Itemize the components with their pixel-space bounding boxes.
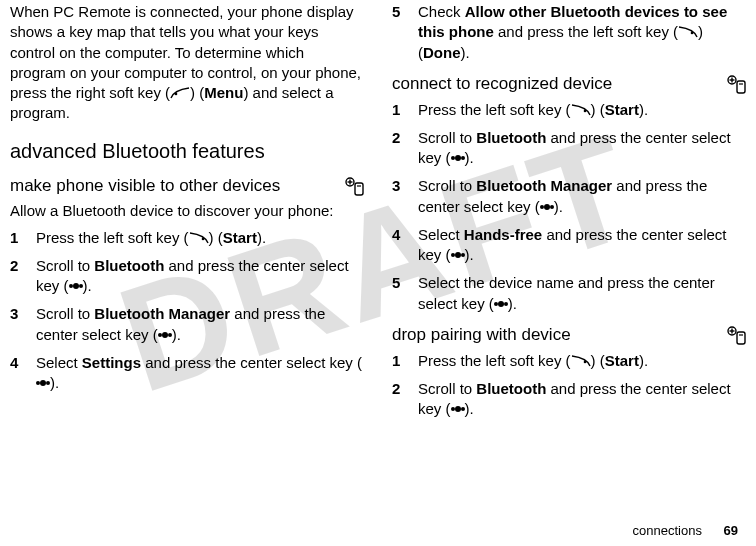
svg-rect-4 <box>355 183 363 195</box>
t: Scroll to <box>418 177 476 194</box>
center-key-icon <box>158 328 172 342</box>
step-body: Scroll to Bluetooth Manager and press th… <box>36 304 364 345</box>
step-num: 3 <box>392 176 418 217</box>
two-column-layout: When PC Remote is connected, your phone … <box>10 2 746 428</box>
t: Select the device name and press the cen… <box>418 274 715 311</box>
step-body: Scroll to Bluetooth and press the center… <box>418 379 746 420</box>
t: Select <box>418 226 464 243</box>
list-item: 1 Press the left soft key () (Start). <box>392 351 746 371</box>
t: ). <box>508 295 517 312</box>
steps-list-1: 1 Press the left soft key () (Start). 2 … <box>10 228 364 394</box>
t: ). <box>639 352 648 369</box>
step-body: Scroll to Bluetooth and press the center… <box>36 256 364 297</box>
step-body: Press the left soft key () (Start). <box>418 100 746 120</box>
left-column: When PC Remote is connected, your phone … <box>10 2 364 428</box>
sub2-title: connect to recognized device <box>392 74 612 93</box>
subsection-visible: make phone visible to other devices <box>10 175 364 198</box>
sub3-title: drop pairing with device <box>392 325 571 344</box>
step-body: Press the left soft key () (Start). <box>36 228 364 248</box>
done-label: Done <box>423 44 461 61</box>
page-number: 69 <box>724 523 738 538</box>
svg-point-7 <box>691 32 694 35</box>
menu-label: Menu <box>204 84 243 101</box>
step-num: 4 <box>392 225 418 266</box>
sub1-title: make phone visible to other devices <box>10 176 280 195</box>
center-key-icon <box>69 279 83 293</box>
t: Press the left soft key ( <box>418 101 571 118</box>
step-num: 1 <box>392 100 418 120</box>
step-num: 3 <box>10 304 36 345</box>
center-key-icon <box>494 297 508 311</box>
t: Scroll to <box>418 380 476 397</box>
subsection-drop: drop pairing with device <box>392 324 746 347</box>
t: and press the center select key ( <box>141 354 362 371</box>
subsection-connect: connect to recognized device <box>392 73 746 96</box>
page-footer: connections 69 <box>633 522 738 540</box>
t: ). <box>639 101 648 118</box>
steps-list-1-cont: 5 Check Allow other Bluetooth devices to… <box>392 2 746 63</box>
t: ). <box>83 277 92 294</box>
step-body: Check Allow other Bluetooth devices to s… <box>418 2 746 63</box>
list-item: 5 Select the device name and press the c… <box>392 273 746 314</box>
t: Select <box>36 354 82 371</box>
bluetooth-label: Bluetooth <box>476 380 546 397</box>
t: ). <box>465 149 474 166</box>
step-body: Select Settings and press the center sel… <box>36 353 364 394</box>
right-column: 5 Check Allow other Bluetooth devices to… <box>392 2 746 428</box>
start-label: Start <box>605 101 639 118</box>
list-item: 2 Scroll to Bluetooth and press the cent… <box>392 379 746 420</box>
list-item: 1 Press the left soft key () (Start). <box>392 100 746 120</box>
handsfree-label: Hands-free <box>464 226 542 243</box>
list-item: 2 Scroll to Bluetooth and press the cent… <box>10 256 364 297</box>
bluetooth-label: Bluetooth <box>94 257 164 274</box>
bluetooth-add-icon <box>726 75 748 95</box>
step-body: Scroll to Bluetooth Manager and press th… <box>418 176 746 217</box>
t: ). <box>172 326 181 343</box>
svg-point-13 <box>583 109 586 112</box>
paren-text: ) ( <box>190 84 204 101</box>
svg-rect-17 <box>737 332 745 344</box>
settings-label: Settings <box>82 354 141 371</box>
list-item: 4 Select Settings and press the center s… <box>10 353 364 394</box>
list-item: 2 Scroll to Bluetooth and press the cent… <box>392 128 746 169</box>
t: Press the left soft key ( <box>36 229 189 246</box>
step-body: Press the left soft key () (Start). <box>418 351 746 371</box>
footer-section-label: connections <box>633 523 702 538</box>
t: Scroll to <box>418 129 476 146</box>
t: Scroll to <box>36 305 94 322</box>
step-num: 5 <box>392 2 418 63</box>
btmgr-label: Bluetooth Manager <box>476 177 612 194</box>
softkey-left-icon <box>571 104 591 116</box>
start-label: Start <box>605 352 639 369</box>
step-num: 2 <box>392 379 418 420</box>
step-body: Scroll to Bluetooth and press the center… <box>418 128 746 169</box>
svg-point-6 <box>201 237 204 240</box>
bluetooth-label: Bluetooth <box>476 129 546 146</box>
btmgr-label: Bluetooth Manager <box>94 305 230 322</box>
intro-paragraph: When PC Remote is connected, your phone … <box>10 2 364 124</box>
t: ). <box>50 374 59 391</box>
list-item: 3 Scroll to Bluetooth Manager and press … <box>392 176 746 217</box>
step-num: 1 <box>10 228 36 248</box>
t: Press the left soft key ( <box>418 352 571 369</box>
section-heading: advanced Bluetooth features <box>10 138 364 165</box>
list-item: 1 Press the left soft key () (Start). <box>10 228 364 248</box>
softkey-left-icon <box>678 26 698 38</box>
step-num: 4 <box>10 353 36 394</box>
softkey-left-icon <box>189 232 209 244</box>
step-body: Select the device name and press the cen… <box>418 273 746 314</box>
center-key-icon <box>451 248 465 262</box>
softkey-left-icon <box>571 355 591 367</box>
svg-rect-11 <box>737 81 745 93</box>
svg-point-19 <box>583 361 586 364</box>
steps-list-3: 1 Press the left soft key () (Start). 2 … <box>392 351 746 420</box>
step-body: Select Hands-free and press the center s… <box>418 225 746 266</box>
t: ). <box>257 229 266 246</box>
svg-point-0 <box>175 93 178 96</box>
center-key-icon <box>451 402 465 416</box>
center-key-icon <box>451 151 465 165</box>
sub1-intro: Allow a Bluetooth device to discover you… <box>10 201 364 221</box>
list-item: 3 Scroll to Bluetooth Manager and press … <box>10 304 364 345</box>
step-num: 1 <box>392 351 418 371</box>
start-label: Start <box>223 229 257 246</box>
